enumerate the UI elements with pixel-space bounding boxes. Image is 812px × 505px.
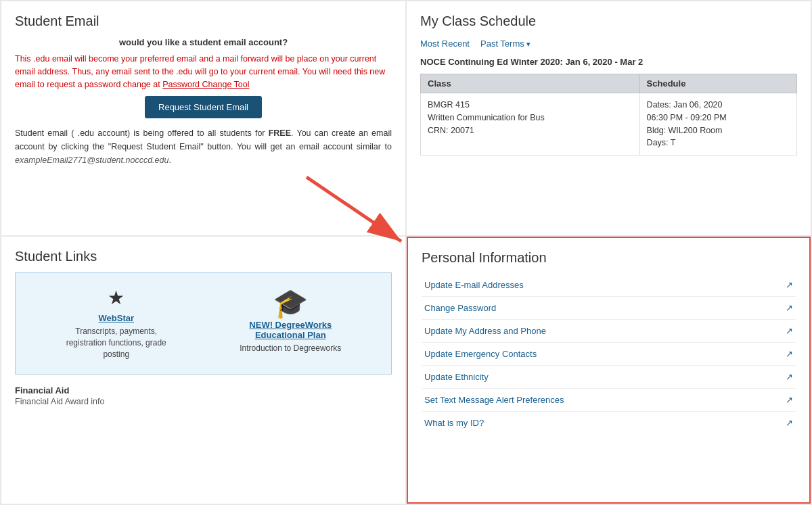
list-item: Update My Address and Phone ↗︎: [422, 320, 796, 343]
external-link-icon: ↗︎: [786, 395, 793, 405]
change-password-link[interactable]: Change Password: [424, 303, 496, 313]
student-email-title: Student Email: [15, 14, 392, 29]
list-item: Set Text Message Alert Preferences ↗︎: [422, 389, 796, 412]
text-message-alert-link[interactable]: Set Text Message Alert Preferences: [424, 395, 564, 405]
financial-aid-section: Financial Aid Financial Aid Award info: [15, 385, 392, 406]
update-address-link[interactable]: Update My Address and Phone: [424, 326, 546, 336]
student-links-title: Student Links: [15, 249, 392, 264]
schedule-col-header: Schedule: [639, 74, 796, 93]
email-example: exampleEmail2771@student.nocccd.edu: [15, 155, 168, 165]
financial-aid-title: Financial Aid: [15, 385, 392, 395]
list-item: Update E-mail Addresses ↗︎: [422, 274, 796, 297]
external-link-icon: ↗︎: [786, 418, 793, 428]
schedule-cell: Dates: Jan 06, 202006:30 PM - 09:20 PMBl…: [639, 93, 796, 155]
external-link-icon: ↗︎: [786, 326, 793, 336]
list-item: Update Ethnicity ↗︎: [422, 366, 796, 389]
external-link-icon: ↗︎: [786, 372, 793, 382]
what-is-my-id-link[interactable]: What is my ID?: [424, 418, 484, 428]
degreeworks-link[interactable]: NEW! DegreeWorks Educational Plan: [229, 320, 351, 340]
star-icon: ★: [55, 287, 177, 309]
student-email-panel: Student Email would you like a student e…: [1, 1, 405, 235]
email-warning: This .edu email will become your preferr…: [15, 53, 392, 91]
table-row: BMGR 415Written Communication for BusCRN…: [421, 93, 797, 155]
update-ethnicity-link[interactable]: Update Ethnicity: [424, 372, 489, 382]
financial-aid-description: Financial Aid Award info: [15, 397, 392, 406]
external-link-icon: ↗︎: [786, 303, 793, 313]
class-col-header: Class: [421, 74, 640, 93]
most-recent-tab[interactable]: Most Recent: [420, 37, 470, 50]
email-question: would you like a student email account?: [15, 37, 392, 47]
personal-info-panel: Personal Information Update E-mail Addre…: [407, 237, 811, 504]
webstar-link-item: ★ WebStar Transcripts, payments, registr…: [55, 287, 177, 360]
webstar-description: Transcripts, payments, registration func…: [66, 327, 166, 359]
personal-info-title: Personal Information: [422, 250, 796, 266]
graduation-cap-icon: 🎓: [273, 287, 308, 319]
schedule-table: Class Schedule BMGR 415Written Communica…: [420, 74, 797, 155]
list-item: What is my ID? ↗︎: [422, 412, 796, 434]
degreeworks-link-item: 🎓 NEW! DegreeWorks Educational Plan Intr…: [229, 287, 351, 354]
class-cell: BMGR 415Written Communication for BusCRN…: [421, 93, 640, 155]
webstar-link[interactable]: WebStar: [55, 313, 177, 323]
class-schedule-panel: My Class Schedule Most Recent Past Terms…: [407, 1, 811, 235]
list-item: Update Emergency Contacts ↗︎: [422, 343, 796, 366]
links-box: ★ WebStar Transcripts, payments, registr…: [15, 272, 392, 374]
schedule-term-label: NOCE Continuing Ed Winter 2020: Jan 6, 2…: [420, 57, 797, 67]
past-terms-tab[interactable]: Past Terms: [480, 37, 531, 50]
schedule-tabs: Most Recent Past Terms: [420, 37, 797, 50]
request-student-email-button[interactable]: Request Student Email: [145, 96, 262, 118]
external-link-icon: ↗︎: [786, 349, 793, 359]
student-links-panel: Student Links ★ WebStar Transcripts, pay…: [1, 237, 405, 504]
update-email-link[interactable]: Update E-mail Addresses: [424, 280, 524, 290]
list-item: Change Password ↗︎: [422, 297, 796, 320]
degreeworks-description: Introduction to Degreeworks: [240, 343, 341, 353]
update-emergency-contacts-link[interactable]: Update Emergency Contacts: [424, 349, 537, 359]
password-change-link[interactable]: Password Change Tool: [162, 80, 249, 89]
class-schedule-title: My Class Schedule: [420, 14, 797, 29]
email-info-text: Student email ( .edu account) is being o…: [15, 126, 392, 167]
external-link-icon: ↗︎: [786, 280, 793, 290]
personal-info-list: Update E-mail Addresses ↗︎ Change Passwo…: [422, 274, 796, 434]
